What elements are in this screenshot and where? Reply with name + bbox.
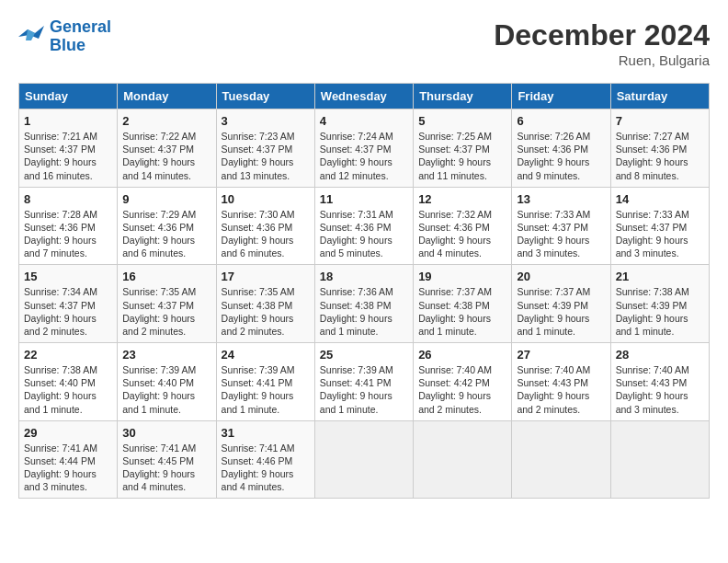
weekday-header-row: SundayMondayTuesdayWednesdayThursdayFrid… [19,84,710,109]
day-info: Sunrise: 7:32 AMSunset: 4:36 PMDaylight:… [418,208,506,260]
weekday-header: Sunday [19,84,118,109]
day-info: Sunrise: 7:35 AMSunset: 4:37 PMDaylight:… [122,285,210,338]
day-number: 8 [24,192,112,206]
calendar-cell: 20Sunrise: 7:37 AMSunset: 4:39 PMDayligh… [512,265,610,343]
weekday-header: Wednesday [314,84,413,109]
weekday-header: Thursday [414,84,512,109]
day-number: 7 [616,114,704,128]
day-info: Sunrise: 7:38 AMSunset: 4:39 PMDaylight:… [616,285,704,338]
calendar-cell: 15Sunrise: 7:34 AMSunset: 4:37 PMDayligh… [19,265,118,343]
day-number: 10 [222,192,310,206]
weekday-header: Friday [512,84,610,109]
calendar-cell: 28Sunrise: 7:40 AMSunset: 4:43 PMDayligh… [610,343,709,421]
day-info: Sunrise: 7:33 AMSunset: 4:37 PMDaylight:… [517,208,605,260]
day-number: 21 [616,270,704,283]
day-number: 23 [122,348,210,362]
day-number: 28 [616,348,704,362]
logo-bird-icon [18,26,46,48]
day-number: 15 [24,270,112,283]
weekday-header: Tuesday [216,84,314,109]
weekday-header: Monday [118,84,216,109]
calendar-cell: 27Sunrise: 7:40 AMSunset: 4:43 PMDayligh… [512,343,610,421]
day-number: 18 [320,270,408,283]
day-number: 19 [418,270,506,283]
day-number: 25 [320,348,408,362]
day-info: Sunrise: 7:39 AMSunset: 4:41 PMDaylight:… [222,363,310,416]
calendar-cell: 6Sunrise: 7:26 AMSunset: 4:36 PMDaylight… [512,109,610,188]
day-number: 5 [418,114,506,128]
day-info: Sunrise: 7:26 AMSunset: 4:36 PMDaylight:… [517,130,605,182]
day-number: 12 [418,192,506,206]
day-number: 13 [517,192,605,206]
logo-text: General Blue [50,18,111,55]
day-number: 20 [517,270,605,283]
calendar-cell: 4Sunrise: 7:24 AMSunset: 4:37 PMDaylight… [314,109,413,188]
day-number: 16 [122,270,210,283]
calendar-cell: 31Sunrise: 7:41 AMSunset: 4:46 PMDayligh… [216,420,314,499]
calendar-cell: 21Sunrise: 7:38 AMSunset: 4:39 PMDayligh… [610,265,709,343]
calendar-cell: 2Sunrise: 7:22 AMSunset: 4:37 PMDaylight… [118,109,216,188]
day-number: 2 [122,114,210,128]
calendar-cell [414,420,512,499]
month-title: December 2024 [494,18,710,52]
calendar-cell: 5Sunrise: 7:25 AMSunset: 4:37 PMDaylight… [414,109,512,188]
day-number: 24 [222,348,310,362]
day-info: Sunrise: 7:25 AMSunset: 4:37 PMDaylight:… [418,130,506,182]
calendar-cell: 12Sunrise: 7:32 AMSunset: 4:36 PMDayligh… [414,187,512,265]
calendar-table: SundayMondayTuesdayWednesdayThursdayFrid… [18,83,710,499]
day-info: Sunrise: 7:24 AMSunset: 4:37 PMDaylight:… [320,130,408,182]
day-info: Sunrise: 7:40 AMSunset: 4:43 PMDaylight:… [616,363,704,416]
day-info: Sunrise: 7:37 AMSunset: 4:39 PMDaylight:… [517,285,605,338]
calendar-cell [610,420,709,499]
day-number: 17 [222,270,310,283]
title-block: December 2024 Ruen, Bulgaria [494,18,710,68]
calendar-cell: 11Sunrise: 7:31 AMSunset: 4:36 PMDayligh… [314,187,413,265]
calendar-cell: 29Sunrise: 7:41 AMSunset: 4:44 PMDayligh… [19,420,118,499]
day-info: Sunrise: 7:31 AMSunset: 4:36 PMDaylight:… [320,208,408,260]
calendar-cell: 25Sunrise: 7:39 AMSunset: 4:41 PMDayligh… [314,343,413,421]
day-info: Sunrise: 7:29 AMSunset: 4:36 PMDaylight:… [122,208,210,260]
calendar-cell: 26Sunrise: 7:40 AMSunset: 4:42 PMDayligh… [414,343,512,421]
day-number: 26 [418,348,506,362]
day-number: 14 [616,192,704,206]
day-info: Sunrise: 7:41 AMSunset: 4:46 PMDaylight:… [222,442,310,494]
day-info: Sunrise: 7:34 AMSunset: 4:37 PMDaylight:… [24,285,112,338]
day-number: 22 [24,348,112,362]
day-number: 3 [222,114,310,128]
calendar-cell: 17Sunrise: 7:35 AMSunset: 4:38 PMDayligh… [216,265,314,343]
calendar-cell: 8Sunrise: 7:28 AMSunset: 4:36 PMDaylight… [19,187,118,265]
location: Ruen, Bulgaria [494,52,710,68]
calendar-cell: 14Sunrise: 7:33 AMSunset: 4:37 PMDayligh… [610,187,709,265]
day-number: 30 [122,426,210,440]
calendar-cell: 10Sunrise: 7:30 AMSunset: 4:36 PMDayligh… [216,187,314,265]
day-info: Sunrise: 7:22 AMSunset: 4:37 PMDaylight:… [122,130,210,182]
day-info: Sunrise: 7:41 AMSunset: 4:45 PMDaylight:… [122,442,210,494]
day-info: Sunrise: 7:40 AMSunset: 4:42 PMDaylight:… [418,363,506,416]
day-info: Sunrise: 7:30 AMSunset: 4:36 PMDaylight:… [222,208,310,260]
day-info: Sunrise: 7:35 AMSunset: 4:38 PMDaylight:… [222,285,310,338]
day-info: Sunrise: 7:40 AMSunset: 4:43 PMDaylight:… [517,363,605,416]
calendar-cell: 3Sunrise: 7:23 AMSunset: 4:37 PMDaylight… [216,109,314,188]
day-info: Sunrise: 7:28 AMSunset: 4:36 PMDaylight:… [24,208,112,260]
calendar-cell: 24Sunrise: 7:39 AMSunset: 4:41 PMDayligh… [216,343,314,421]
day-number: 11 [320,192,408,206]
day-info: Sunrise: 7:21 AMSunset: 4:37 PMDaylight:… [24,130,112,182]
day-number: 4 [320,114,408,128]
day-info: Sunrise: 7:27 AMSunset: 4:36 PMDaylight:… [616,130,704,182]
calendar-cell: 23Sunrise: 7:39 AMSunset: 4:40 PMDayligh… [118,343,216,421]
calendar-cell: 18Sunrise: 7:36 AMSunset: 4:38 PMDayligh… [314,265,413,343]
calendar-cell: 16Sunrise: 7:35 AMSunset: 4:37 PMDayligh… [118,265,216,343]
calendar-cell: 19Sunrise: 7:37 AMSunset: 4:38 PMDayligh… [414,265,512,343]
day-number: 27 [517,348,605,362]
day-number: 31 [222,426,310,440]
day-number: 6 [517,114,605,128]
calendar-cell: 13Sunrise: 7:33 AMSunset: 4:37 PMDayligh… [512,187,610,265]
day-info: Sunrise: 7:33 AMSunset: 4:37 PMDaylight:… [616,208,704,260]
calendar-cell [314,420,413,499]
day-info: Sunrise: 7:37 AMSunset: 4:38 PMDaylight:… [418,285,506,338]
logo: General Blue [18,18,111,55]
calendar-cell: 22Sunrise: 7:38 AMSunset: 4:40 PMDayligh… [19,343,118,421]
day-info: Sunrise: 7:39 AMSunset: 4:41 PMDaylight:… [320,363,408,416]
weekday-header: Saturday [610,84,709,109]
day-info: Sunrise: 7:39 AMSunset: 4:40 PMDaylight:… [122,363,210,416]
